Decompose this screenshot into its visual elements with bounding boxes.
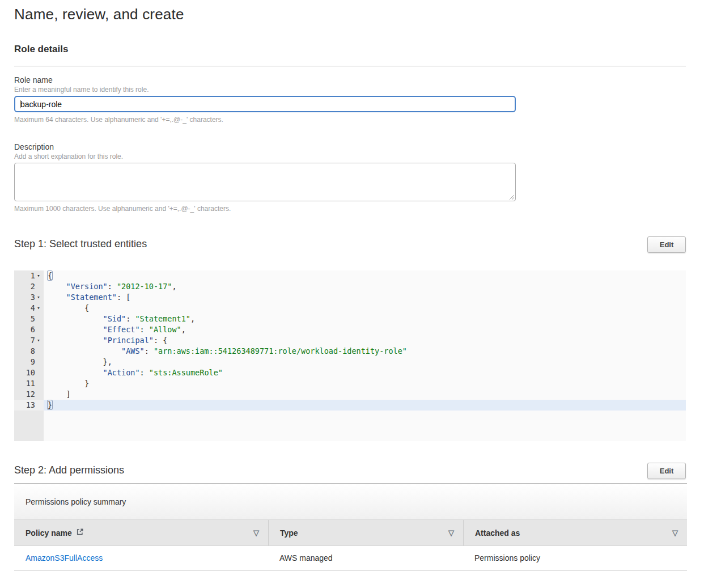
line-number: 2: [31, 281, 35, 292]
editor-empty-area: [14, 411, 686, 441]
code-line: }: [44, 400, 686, 411]
json-key: "Sid": [103, 314, 126, 323]
json-key: "Version": [66, 282, 108, 291]
code-line: },: [44, 357, 686, 367]
filter-dropdown-icon[interactable]: ▽: [448, 529, 454, 536]
code-line: "Principal": {: [44, 335, 686, 346]
description-textarea[interactable]: [14, 163, 516, 201]
line-number-gutter: 11: [14, 378, 44, 389]
line-number-gutter: 6: [14, 324, 44, 335]
editor-line: 6 "Effect": "Allow",: [14, 324, 686, 335]
policy-table-body: AmazonS3FullAccessAWS managedPermissions…: [14, 546, 687, 570]
policy-name-link[interactable]: AmazonS3FullAccess: [26, 553, 103, 562]
external-link-icon: [76, 528, 84, 538]
trust-policy-editor[interactable]: 1▾{2 "Version": "2012-10-17",3▾ "Stateme…: [14, 270, 686, 441]
line-number: 12: [26, 389, 35, 400]
code-fold-icon[interactable]: ▾: [35, 335, 42, 346]
page-title: Name, review, and create: [14, 6, 686, 23]
line-number: 7: [31, 335, 35, 346]
column-label: Type: [280, 528, 298, 538]
line-number-gutter: 12: [14, 389, 44, 400]
filter-dropdown-icon[interactable]: ▽: [672, 529, 678, 536]
json-punctuation: :: [145, 346, 154, 356]
editor-line: 7▾ "Principal": {: [14, 335, 686, 346]
json-punctuation: [48, 314, 103, 323]
json-punctuation: : {: [154, 336, 167, 345]
code-line: ]: [44, 389, 686, 400]
step1-edit-button[interactable]: Edit: [647, 236, 686, 253]
json-key: "AWS": [121, 346, 145, 356]
line-number: 11: [26, 378, 35, 389]
json-punctuation: [48, 282, 66, 291]
editor-line: 2 "Version": "2012-10-17",: [14, 281, 686, 292]
line-number-gutter: [14, 411, 44, 441]
line-number: 5: [31, 314, 35, 324]
description-constraint: Maximum 1000 characters. Use alphanumeri…: [14, 205, 686, 213]
json-key: "Action": [103, 368, 140, 377]
description-help: Add a short explanation for this role.: [14, 153, 686, 160]
line-number: 8: [31, 346, 35, 357]
json-punctuation: :: [108, 282, 117, 291]
line-number-gutter: 2: [14, 281, 44, 292]
line-number-gutter: 8: [14, 346, 44, 357]
line-number-gutter: 3▾: [14, 292, 44, 303]
json-key: "Statement": [66, 293, 117, 302]
editor-line: 12 ]: [14, 389, 686, 400]
json-punctuation: ,: [181, 325, 186, 334]
code-line: "Version": "2012-10-17",: [44, 281, 686, 292]
line-number: 3: [31, 292, 35, 303]
page: Name, review, and create Role details Ro…: [0, 0, 704, 570]
json-punctuation: }: [48, 379, 89, 388]
step2-header-row: Step 2: Add permissions Edit: [14, 463, 686, 479]
json-punctuation: ]: [48, 390, 71, 399]
editor-line: 5 "Sid": "Statement1",: [14, 314, 686, 324]
json-punctuation: ,: [172, 282, 176, 291]
step2-edit-button[interactable]: Edit: [647, 463, 686, 479]
role-name-label: Role name: [14, 75, 686, 84]
column-label: Policy name: [26, 528, 72, 538]
json-punctuation: }: [48, 400, 52, 409]
code-fold-icon[interactable]: ▾: [35, 270, 42, 281]
editor-line: 13}: [14, 400, 686, 411]
column-header-policy-name: Policy name▽: [14, 520, 268, 545]
role-name-help: Enter a meaningful name to identify this…: [14, 86, 686, 94]
role-name-input[interactable]: [14, 96, 516, 112]
code-fold-icon[interactable]: ▾: [35, 292, 42, 303]
code-line: "Statement": [: [44, 292, 686, 303]
json-punctuation: {: [48, 303, 89, 312]
line-number: 10: [26, 367, 35, 378]
line-number: 9: [31, 357, 35, 367]
json-string: "arn:aws:iam::541263489771:role/workload…: [154, 346, 407, 356]
line-number-gutter: 5: [14, 314, 44, 324]
editor-line: 10 "Action": "sts:AssumeRole": [14, 367, 686, 378]
code-line: "Action": "sts:AssumeRole": [44, 367, 686, 378]
line-number: 13: [26, 400, 35, 411]
policy-name-cell: AmazonS3FullAccess: [14, 546, 268, 570]
json-string: "2012-10-17": [117, 282, 172, 291]
code-line: "AWS": "arn:aws:iam::541263489771:role/w…: [44, 346, 686, 357]
line-number-gutter: 13: [14, 400, 44, 411]
step1-heading: Step 1: Select trusted entities: [14, 236, 147, 250]
json-punctuation: [48, 336, 103, 345]
role-name-input-wrap: [14, 96, 516, 112]
divider: [14, 66, 686, 66]
code-empty: [44, 411, 686, 441]
role-name-constraint: Maximum 64 characters. Use alphanumeric …: [14, 116, 686, 124]
json-key: "Principal": [103, 336, 154, 345]
description-label: Description: [14, 142, 686, 151]
line-number: 6: [31, 324, 35, 335]
json-string: "sts:AssumeRole": [149, 368, 223, 377]
code-line: "Effect": "Allow",: [44, 324, 686, 335]
json-punctuation: :: [140, 325, 149, 334]
json-punctuation: [48, 346, 121, 356]
json-string: "Statement1": [135, 314, 190, 323]
editor-line: 4▾ {: [14, 303, 686, 314]
line-number-gutter: 7▾: [14, 335, 44, 346]
line-number: 4: [31, 303, 35, 314]
json-punctuation: :: [140, 368, 149, 377]
code-line: }: [44, 378, 686, 389]
json-punctuation: : [: [117, 293, 130, 302]
code-fold-icon[interactable]: ▾: [35, 303, 42, 314]
json-punctuation: {: [48, 271, 52, 280]
filter-dropdown-icon[interactable]: ▽: [253, 529, 259, 536]
